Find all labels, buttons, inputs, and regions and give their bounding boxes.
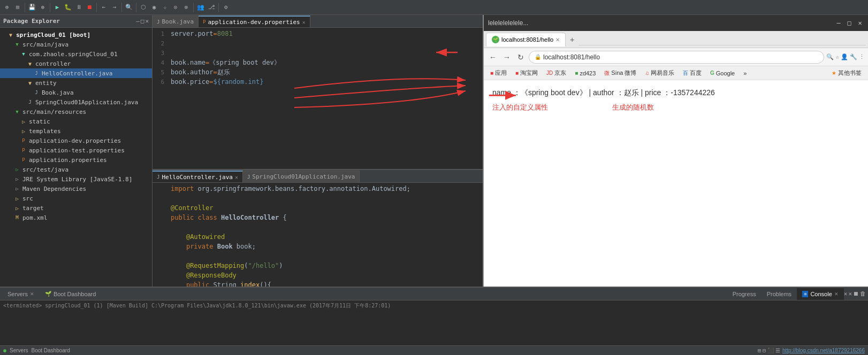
bp-tab-progress[interactable]: Progress — [727, 288, 762, 300]
controller-label: controller — [35, 60, 71, 67]
toolbar-icon-stop[interactable]: ⏹ — [85, 3, 94, 12]
bookmark-others[interactable]: ★ 其他书签 — [828, 68, 865, 78]
tree-item-src-main-java[interactable]: ▼ src/main/java — [0, 40, 152, 49]
browser-forward-btn[interactable]: → — [501, 51, 513, 63]
browser-minimize-btn[interactable]: — — [835, 19, 842, 27]
bp-servers-close[interactable]: ✕ — [30, 291, 34, 297]
bookmark-more[interactable]: » — [740, 70, 750, 77]
browser-close-btn[interactable]: ✕ — [856, 19, 864, 27]
toolbar-icon-more1[interactable]: ⬡ — [139, 3, 148, 12]
bp-tab-console[interactable]: ≡ Console ✕ — [797, 288, 844, 300]
tree-item-project[interactable]: ▼ springCloud_01 [boot] — [0, 30, 152, 40]
bookmark-google[interactable]: G Google — [707, 70, 738, 77]
tree-item-target[interactable]: ▷ target — [0, 203, 152, 213]
bp-tab-problems[interactable]: Problems — [762, 288, 797, 300]
tree-item-book-java[interactable]: J Book.java — [0, 88, 152, 97]
bp-tab-servers[interactable]: Servers ✕ — [2, 288, 40, 300]
blog-link[interactable]: http://blog.csdn.net/a18729216266 — [782, 348, 865, 353]
line-content-5: book.author=赵乐 — [169, 68, 230, 77]
status-icon-2[interactable]: ⊟ — [763, 348, 766, 353]
tab-book-java[interactable]: J Book.java — [153, 16, 199, 27]
tree-item-src[interactable]: ▷ src — [0, 194, 152, 203]
toolbar-icon-settings[interactable]: ⚙ — [221, 3, 231, 12]
toolbar-icon-debug[interactable]: 🐛 — [63, 3, 73, 12]
tab-hello-controller[interactable]: J HelloController.java ✕ — [153, 171, 243, 182]
address-bar[interactable]: 🔒 localhost:8081/hello — [529, 51, 824, 64]
browser-tab-hello[interactable]: 🌱 localhost:8081/hello ✕ — [486, 33, 566, 47]
tree-item-app-test[interactable]: P application-test.properties — [0, 145, 152, 155]
tree-item-entity[interactable]: ▼ entity — [0, 78, 152, 88]
bp-tab-boot-dashboard[interactable]: 🌱 Boot Dashboard — [40, 288, 102, 300]
browser-refresh-btn[interactable]: ↻ — [515, 51, 527, 63]
tree-item-static[interactable]: ▷ static — [0, 117, 152, 126]
search-icon[interactable]: 🔍 — [826, 53, 834, 60]
toolbar-icon-more5[interactable]: ⊗ — [181, 3, 191, 12]
tree-item-package[interactable]: ▼ com.zhaole.springCloud_01 — [0, 49, 152, 59]
bookmark-weibo[interactable]: 微 Sina 微博 — [601, 68, 639, 78]
bookmark-apps[interactable]: ■ 应用 — [487, 68, 510, 78]
status-icon-3[interactable]: ⬛ — [767, 348, 774, 353]
extensions-icon[interactable]: 🔧 — [850, 53, 857, 60]
tab-app-dev-close[interactable]: ✕ — [302, 19, 306, 25]
bottom-panel: Servers ✕ 🌱 Boot Dashboard Progress Prob… — [0, 287, 868, 345]
bookmark-jd[interactable]: JD 京东 — [543, 68, 569, 78]
browser-tab-close[interactable]: ✕ — [555, 37, 560, 43]
tree-item-maven[interactable]: ▷ Maven Dependencies — [0, 184, 152, 194]
properties-editor[interactable]: 1 server.port=8081 2 3 4 — [153, 28, 483, 169]
tab-hello-close[interactable]: ✕ — [235, 174, 238, 180]
bookmark-baidu[interactable]: 百 百度 — [680, 68, 705, 78]
toolbar-icon-save-all[interactable]: ⊛ — [38, 3, 48, 12]
status-icon-1[interactable]: ⊞ — [758, 348, 761, 353]
bookmark-music[interactable]: ♫ 网易音乐 — [642, 68, 677, 78]
tab-springcloud-app[interactable]: J SpringCloud01Application.java — [243, 171, 360, 182]
bp-icon-stop[interactable]: ⏹ — [853, 290, 859, 297]
toolbar-icon-back[interactable]: ← — [99, 3, 109, 12]
toolbar-icon-git[interactable]: ⎇ — [207, 3, 216, 12]
toolbar-icon-open[interactable]: ⊞ — [13, 3, 22, 12]
tree-item-app[interactable]: J SpringCloud01Application.java — [0, 97, 152, 107]
panel-maximize-icon[interactable]: □ — [141, 18, 144, 25]
tree-item-app-props[interactable]: P application.properties — [0, 155, 152, 165]
browser-maximize-btn[interactable]: □ — [846, 19, 853, 27]
toolbar-icon-more4[interactable]: ⊙ — [171, 3, 180, 12]
bp-icon-2[interactable]: ✕ — [848, 290, 852, 297]
bp-console-close[interactable]: ✕ — [834, 291, 839, 297]
bookmark-icon[interactable]: ☆ — [835, 53, 839, 60]
panel-close-icon[interactable]: ✕ — [145, 18, 149, 25]
bookmark-zd423[interactable]: ■ zd423 — [572, 70, 599, 77]
tree-item-pom[interactable]: M pom.xml — [0, 213, 152, 222]
toolbar-icon-run[interactable]: ▶ — [52, 3, 62, 12]
toolbar-icon-more3[interactable]: ⬦ — [160, 3, 170, 12]
status-icon-4[interactable]: ☰ — [775, 348, 780, 353]
toolbar-icon-forward[interactable]: → — [110, 3, 119, 12]
tree-item-templates[interactable]: ▷ templates — [0, 126, 152, 136]
panel-minimize-icon[interactable]: — — [136, 18, 140, 25]
tree-item-controller[interactable]: ▼ controller — [0, 59, 152, 68]
menu-icon[interactable]: ⋮ — [859, 53, 865, 60]
lc-rb: @ResponseBody — [169, 272, 237, 279]
tree-item-src-main-resources[interactable]: ▼ src/main/resources — [0, 107, 152, 117]
java-editor[interactable]: import org.springframework.beans.factory… — [153, 183, 483, 287]
profile-icon[interactable]: 👤 — [841, 53, 848, 60]
book-java-label: Book.java — [42, 89, 74, 96]
toolbar-icon-more2[interactable]: ◉ — [149, 3, 159, 12]
toolbar-icon-search[interactable]: 🔍 — [124, 3, 134, 12]
tree-item-src-test[interactable]: ▷ src/test/java — [0, 165, 152, 174]
toolbar-icon-new[interactable]: ⊕ — [2, 3, 12, 12]
bp-icon-1[interactable]: ✕ — [844, 290, 848, 297]
toolbar-icon-team[interactable]: 👥 — [196, 3, 205, 12]
new-tab-btn[interactable]: + — [566, 33, 578, 46]
lc-aw: @Autowired — [169, 233, 225, 241]
bottom-panel-content: <terminated> springCloud_01 (1) [Maven B… — [0, 300, 868, 345]
tree-item-jre[interactable]: ▷ JRE System Library [JavaSE-1.8] — [0, 174, 152, 184]
tree-item-app-dev[interactable]: P application-dev.properties — [0, 136, 152, 145]
toolbar-icon-pause[interactable]: ⏸ — [74, 3, 83, 12]
tree-item-hello-controller[interactable]: J HelloController.java — [0, 68, 152, 78]
props-icon2: P — [19, 146, 28, 155]
tab-application-dev[interactable]: P application-dev.properties ✕ — [199, 16, 310, 27]
bookmark-taobao[interactable]: ■ 淘宝网 — [512, 68, 541, 78]
browser-back-btn[interactable]: ← — [487, 51, 499, 63]
project-icon: ▼ — [6, 30, 15, 39]
toolbar-icon-save[interactable]: 💾 — [27, 3, 37, 12]
bp-icon-clear[interactable]: 🗑 — [860, 290, 866, 297]
